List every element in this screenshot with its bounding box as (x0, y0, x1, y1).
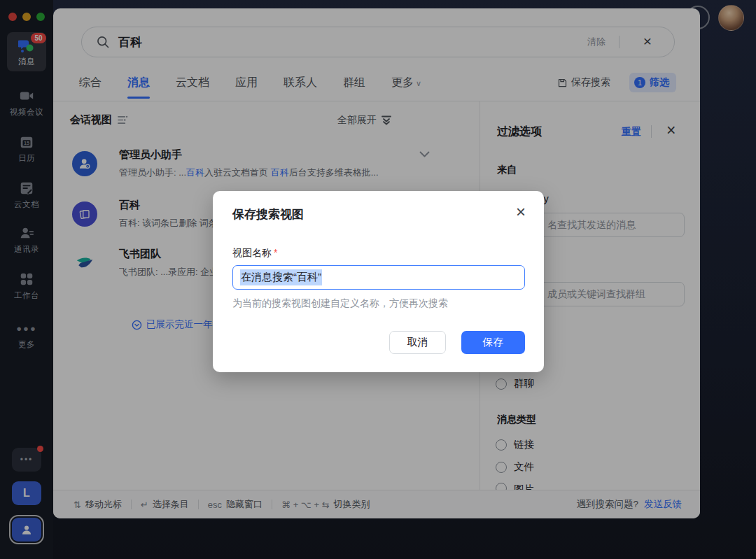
view-name-label: 视图名称* (232, 247, 277, 260)
save-search-view-dialog: 保存搜索视图 × 视图名称* 在消息搜索“百科” 为当前的搜索视图创建自定义名称… (213, 191, 544, 372)
close-icon: × (516, 202, 526, 221)
view-name-input[interactable]: 在消息搜索“百科” (232, 265, 525, 290)
selected-input-text: 在消息搜索“百科” (240, 269, 322, 285)
close-dialog-button[interactable]: × (516, 204, 526, 220)
required-asterisk: * (274, 247, 277, 258)
dialog-title: 保存搜索视图 (232, 206, 304, 222)
cancel-button[interactable]: 取消 (389, 331, 446, 354)
view-name-helper-text: 为当前的搜索视图创建自定义名称，方便再次搜索 (232, 297, 448, 310)
save-button[interactable]: 保存 (461, 331, 525, 354)
app-root: 50 消息 视频会议 15 日历 云文档 (0, 0, 756, 559)
